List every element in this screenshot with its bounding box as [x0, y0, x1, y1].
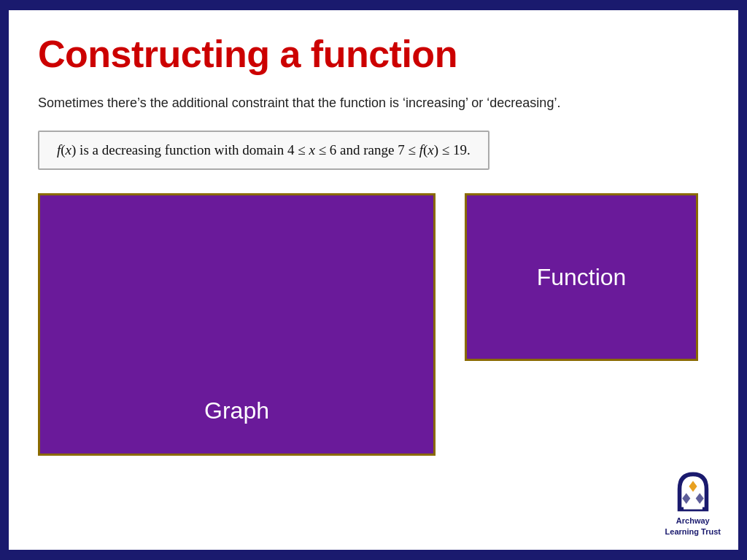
- subtitle-text: Sometimes there’s the additional constra…: [38, 93, 709, 113]
- logo-text: Archway Learning Trust: [665, 516, 721, 537]
- logo-area: Archway Learning Trust: [665, 469, 721, 537]
- page-title: Constructing a function: [38, 32, 709, 76]
- graph-label: Graph: [204, 397, 269, 424]
- graph-box: Graph: [38, 193, 436, 456]
- function-box: Function: [465, 193, 698, 361]
- archway-logo-icon: [671, 469, 715, 513]
- slide: Constructing a function Sometimes there’…: [9, 10, 738, 550]
- constraint-box: f(x) is a decreasing function with domai…: [38, 131, 489, 170]
- boxes-row: Graph Function: [38, 193, 709, 456]
- function-label: Function: [537, 264, 627, 291]
